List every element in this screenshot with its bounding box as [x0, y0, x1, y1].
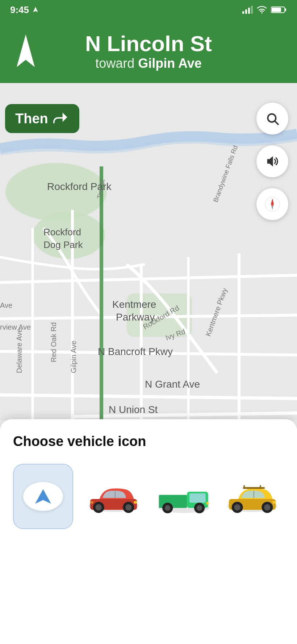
vehicle-option-arrow[interactable] [13, 464, 73, 529]
nav-street-name: N Lincoln St [85, 32, 212, 56]
svg-text:Gilpin Ave: Gilpin Ave [70, 340, 78, 373]
svg-text:Kentmere: Kentmere [112, 299, 156, 310]
svg-text:N Bancroft Pkwy: N Bancroft Pkwy [98, 346, 173, 357]
search-icon [265, 112, 279, 125]
compass-icon [264, 196, 280, 212]
svg-text:Red Oak Rd: Red Oak Rd [50, 322, 58, 362]
svg-marker-3 [17, 34, 35, 67]
svg-point-49 [95, 504, 101, 511]
vehicle-option-green-truck[interactable] [154, 464, 214, 529]
svg-text:Dog Park: Dog Park [43, 239, 83, 250]
svg-text:N Grant Ave: N Grant Ave [145, 379, 200, 390]
bottom-sheet: Choose vehicle icon [0, 419, 297, 644]
svg-point-59 [165, 505, 171, 511]
vehicle-icons-row [13, 464, 284, 529]
svg-rect-73 [260, 485, 261, 488]
svg-point-51 [125, 504, 131, 511]
status-bar: 9:45 [0, 0, 297, 20]
svg-text:rview Ave: rview Ave [0, 323, 31, 331]
battery-icon [271, 6, 287, 14]
svg-marker-40 [267, 156, 273, 167]
search-button[interactable] [256, 103, 288, 135]
svg-point-61 [196, 505, 202, 511]
svg-text:Delaware Ave: Delaware Ave [15, 329, 23, 373]
arrow-vehicle-icon [23, 482, 63, 511]
then-button[interactable]: Then [5, 104, 79, 133]
svg-text:N Union St: N Union St [109, 404, 158, 415]
wifi-icon [256, 6, 267, 14]
location-arrow-icon [32, 6, 39, 13]
map-area[interactable]: Rockford Park Rockford Dog Park Kentmere… [0, 83, 297, 420]
svg-rect-70 [272, 501, 276, 504]
signal-icon [242, 6, 253, 14]
svg-point-69 [264, 504, 270, 511]
svg-rect-71 [243, 487, 264, 489]
vehicle-option-red-car[interactable] [83, 464, 143, 529]
status-icons [242, 6, 287, 14]
svg-marker-44 [35, 489, 51, 504]
svg-rect-2 [272, 8, 281, 12]
sheet-title: Choose vehicle icon [13, 434, 284, 449]
svg-rect-72 [243, 485, 244, 488]
svg-rect-62 [206, 502, 209, 505]
audio-button[interactable] [256, 145, 288, 177]
status-time: 9:45 [10, 4, 39, 16]
nav-toward-label: toward Gilpin Ave [95, 56, 201, 71]
then-label: Then [15, 111, 48, 127]
red-car-icon [85, 476, 142, 516]
turn-right-icon [53, 111, 69, 127]
yellow-car-icon [224, 476, 280, 516]
svg-line-39 [275, 121, 278, 124]
audio-icon [265, 154, 279, 168]
time-display: 9:45 [10, 4, 29, 16]
nav-header: N Lincoln St toward Gilpin Ave [0, 20, 297, 83]
compass-button[interactable] [256, 188, 288, 220]
svg-rect-52 [134, 501, 137, 504]
green-truck-icon [156, 476, 212, 516]
vehicle-option-yellow-car[interactable] [224, 464, 284, 529]
nav-destination: Gilpin Ave [138, 56, 201, 71]
svg-point-67 [234, 504, 240, 511]
svg-rect-57 [189, 493, 206, 503]
svg-rect-53 [90, 501, 93, 504]
svg-text:Ave: Ave [0, 301, 12, 309]
svg-text:Rockford: Rockford [43, 227, 81, 238]
svg-rect-1 [285, 8, 286, 11]
nav-direction-arrow [13, 34, 38, 69]
